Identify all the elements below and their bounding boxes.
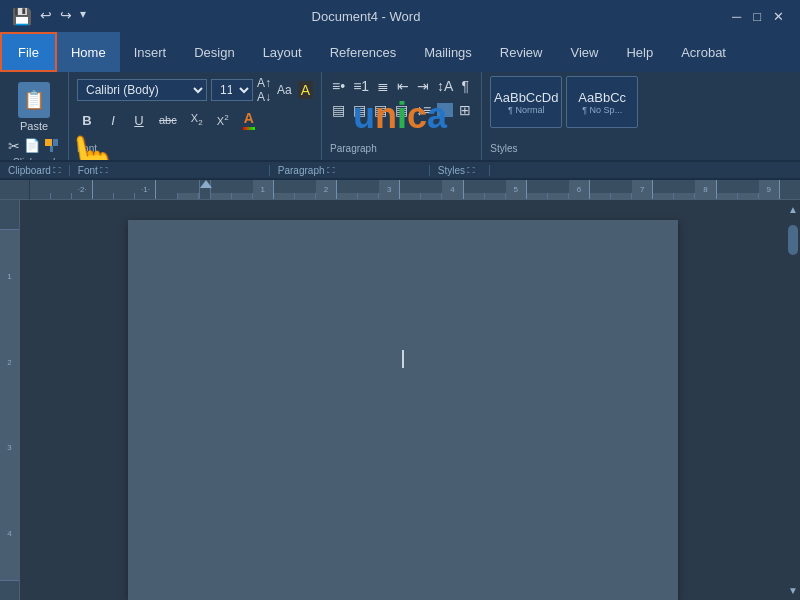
ribbon: 👆 📋 Paste ✂ 📄 Clipboard Calibri (Body) [0,72,800,162]
clipboard-expand-icon[interactable]: ⛶ [53,166,61,175]
styles-group: AaBbCcDd ¶ Normal AaBbCc ¶ No Sp... Styl… [482,72,662,160]
align-center-button[interactable]: ▤ [351,100,368,120]
clipboard-group-label: Clipboard ⛶ [0,165,70,176]
tab-references[interactable]: References [316,32,410,72]
font-color-button[interactable]: A [239,108,259,132]
text-cursor [402,350,404,368]
bold-button[interactable]: B [77,111,97,130]
styles-expand-icon[interactable]: ⛶ [467,166,475,175]
strikethrough-button[interactable]: abc [155,112,181,128]
paragraph-group: ≡• ≡1 ≣ ⇤ ⇥ ↕A ¶ ▤ ▤ ▤ ▤ ↕≡ ⊞ Paragraph [322,72,482,160]
scroll-thumb[interactable] [788,225,798,255]
multilevel-list-button[interactable]: ≣ [375,76,391,96]
align-right-button[interactable]: ▤ [372,100,389,120]
font-group-label: Font ⛶ [70,165,270,176]
tab-home[interactable]: Home [57,32,120,72]
clipboard-label: Clipboard [13,157,56,162]
maximize-icon[interactable]: □ [753,9,761,24]
font-group: Calibri (Body) 11 A↑ A↓ Aa A B I U abc X… [69,72,322,160]
styles-group-label: Styles ⛶ [430,165,490,176]
superscript-button[interactable]: X2 [213,111,233,129]
svg-rect-1 [53,139,58,146]
vertical-scrollbar[interactable]: ▲ ▼ [786,200,800,600]
ruler-container: ·2· ·1· 1 2 3 4 5 6 [0,180,800,200]
paste-label: Paste [20,120,48,132]
tab-help[interactable]: Help [612,32,667,72]
tab-design[interactable]: Design [180,32,248,72]
scroll-up-arrow[interactable]: ▲ [788,204,798,215]
font-label: Font [77,143,313,156]
paragraph-label: Paragraph [330,143,473,156]
tab-layout[interactable]: Layout [249,32,316,72]
style-no-spacing-label: AaBbCc [578,90,626,105]
ruler-corner [0,180,30,200]
subscript-button[interactable]: X2 [187,110,207,129]
customize-qat-icon[interactable]: ▾ [80,7,86,26]
tab-file[interactable]: File [0,32,57,72]
close-icon[interactable]: ✕ [773,9,784,24]
show-formatting-button[interactable]: ¶ [459,76,471,96]
paragraph-expand-icon[interactable]: ⛶ [327,166,335,175]
save-icon[interactable]: 💾 [12,7,32,26]
tab-view[interactable]: View [556,32,612,72]
line-spacing-button[interactable]: ↕≡ [414,100,433,120]
numbering-button[interactable]: ≡1 [351,76,371,96]
borders-button[interactable]: ⊞ [457,100,473,120]
svg-rect-0 [45,139,52,146]
font-family-select[interactable]: Calibri (Body) [77,79,207,101]
undo-icon[interactable]: ↩ [40,7,52,26]
font-size-arrows: A↑ A↓ [257,76,271,104]
cut-icon[interactable]: ✂ [8,138,20,157]
window-title: Document4 - Word [0,9,732,24]
ribbon-tab-bar: File Home Insert Design Layout Reference… [0,32,800,72]
ribbon-labels-bar: Clipboard ⛶ Font ⛶ Paragraph ⛶ Styles ⛶ [0,162,800,180]
styles-label: Styles [490,143,654,156]
tab-mailings[interactable]: Mailings [410,32,486,72]
svg-rect-2 [50,146,53,152]
paragraph-group-label: Paragraph ⛶ [270,165,430,176]
style-normal-name: ¶ Normal [508,105,544,115]
tab-review[interactable]: Review [486,32,557,72]
style-normal[interactable]: AaBbCcDd ¶ Normal [490,76,562,128]
main-area: 1234 ▲ ▼ [0,200,800,600]
minimize-icon[interactable]: ─ [732,9,741,24]
underline-button[interactable]: U [129,111,149,130]
scroll-down-arrow[interactable]: ▼ [788,585,798,596]
bullets-button[interactable]: ≡• [330,76,347,96]
font-expand-icon[interactable]: ⛶ [100,166,108,175]
horizontal-ruler: ·2· ·1· 1 2 3 4 5 6 [30,180,800,200]
vertical-ruler: 1234 [0,200,20,600]
change-case-btn[interactable]: Aa [275,81,294,99]
font-increase-btn[interactable]: A↑ [257,76,271,90]
clipboard-group: 📋 Paste ✂ 📄 Clipboard [0,72,69,160]
align-left-button[interactable]: ▤ [330,100,347,120]
copy-icon[interactable]: 📄 [24,138,40,157]
font-size-select[interactable]: 11 [211,79,253,101]
title-bar: 💾 ↩ ↪ ▾ Document4 - Word ─ □ ✕ [0,0,800,32]
justify-button[interactable]: ▤ [393,100,410,120]
paste-icon: 📋 [18,82,50,118]
italic-button[interactable]: I [103,111,123,130]
styles-gallery: AaBbCcDd ¶ Normal AaBbCc ¶ No Sp... [490,76,654,128]
shading-button[interactable] [437,103,453,117]
redo-icon[interactable]: ↪ [60,7,72,26]
format-painter-icon[interactable] [44,138,60,157]
style-normal-label: AaBbCcDd [494,90,558,105]
document-scroll-area[interactable] [20,200,786,600]
tab-insert[interactable]: Insert [120,32,181,72]
style-no-spacing[interactable]: AaBbCc ¶ No Sp... [566,76,638,128]
style-no-spacing-name: ¶ No Sp... [582,105,622,115]
text-highlight-btn[interactable]: A [298,81,313,99]
font-decrease-btn[interactable]: A↓ [257,90,271,104]
decrease-indent-button[interactable]: ⇤ [395,76,411,96]
document-page[interactable] [128,220,678,600]
increase-indent-button[interactable]: ⇥ [415,76,431,96]
sort-button[interactable]: ↕A [435,76,455,96]
paste-button[interactable]: 📋 Paste [10,78,58,136]
tab-acrobat[interactable]: Acrobat [667,32,740,72]
